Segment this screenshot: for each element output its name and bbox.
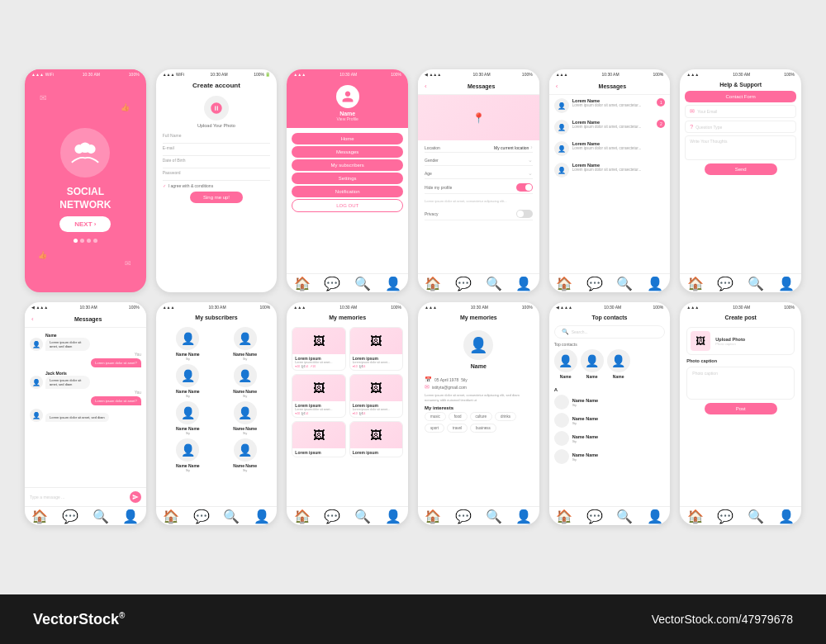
subscriber-5[interactable]: 👤 Name Name 9ty bbox=[161, 401, 215, 435]
nav-home-7[interactable]: 🏠 bbox=[34, 510, 45, 522]
nav-search-12[interactable]: 🔍 bbox=[750, 510, 762, 522]
nav-home-12[interactable]: 🏠 bbox=[690, 510, 701, 522]
chat-input[interactable]: Type a message ... bbox=[30, 495, 126, 500]
next-button[interactable]: NEXT › bbox=[59, 216, 111, 232]
memory-1[interactable]: 🖼 Lorem ipsum Lorem ipsum dolor sit amet… bbox=[292, 327, 345, 371]
nav-user-6[interactable]: 👤 bbox=[781, 277, 792, 289]
menu-settings[interactable]: Settings bbox=[292, 173, 403, 184]
menu-home[interactable]: Home bbox=[292, 133, 403, 144]
nav-search-8[interactable]: 🔍 bbox=[225, 510, 237, 522]
top-contact-2[interactable]: 👤 Name bbox=[581, 349, 604, 379]
question-field-help[interactable]: ? Question Type bbox=[685, 121, 796, 133]
menu-messages[interactable]: Messages bbox=[292, 146, 403, 158]
tag-music[interactable]: music bbox=[425, 412, 446, 421]
tag-culture[interactable]: culture bbox=[470, 412, 493, 421]
memory-3[interactable]: 🖼 Lorem ipsum Lorem ipsum dolor sit amet… bbox=[292, 374, 345, 418]
nav-user-12[interactable]: 👤 bbox=[781, 510, 792, 522]
nav-user-8[interactable]: 👤 bbox=[256, 510, 268, 522]
caption-textarea[interactable]: Photo caption bbox=[686, 367, 795, 400]
nav-msg-10[interactable]: 💬 bbox=[458, 510, 469, 522]
memory-2[interactable]: 🖼 Lorem ipsum Lorem ipsum dolor sit amet… bbox=[349, 327, 403, 371]
nav-user-9[interactable]: 👤 bbox=[387, 510, 399, 522]
back-arrow-5[interactable]: ‹ bbox=[556, 83, 558, 90]
nav-msg-icon[interactable]: 💬 bbox=[326, 277, 338, 289]
top-contact-1[interactable]: 👤 Name bbox=[554, 349, 577, 379]
nav-search-icon[interactable]: 🔍 bbox=[357, 277, 368, 289]
memory-6[interactable]: 🖼 Lorem ipsum bbox=[349, 421, 403, 457]
tag-drinks[interactable]: drinks bbox=[495, 412, 516, 421]
menu-logout[interactable]: LOG OUT bbox=[292, 199, 403, 212]
nav-user-10[interactable]: 👤 bbox=[518, 510, 529, 522]
subscriber-7[interactable]: 👤 Name Name 9ty bbox=[161, 438, 215, 472]
nav-search-4[interactable]: 🔍 bbox=[488, 277, 500, 289]
post-button[interactable]: Post bbox=[705, 403, 777, 414]
back-arrow-4[interactable]: ‹ bbox=[425, 83, 427, 90]
nav-home-icon[interactable]: 🏠 bbox=[297, 277, 308, 289]
message-item-4[interactable]: 👤 Lorem Name Lorem ipsum dolor sit amet,… bbox=[549, 159, 671, 181]
memory-5[interactable]: 🖼 Lorem ipsum bbox=[292, 421, 345, 457]
contact-a-4[interactable]: Name Name 9ty bbox=[549, 447, 671, 466]
contact-a-1[interactable]: Name Name 9ty bbox=[549, 393, 671, 411]
privacy-toggle[interactable] bbox=[516, 210, 533, 218]
fullname-field[interactable] bbox=[163, 140, 271, 144]
nav-msg-5[interactable]: 💬 bbox=[589, 277, 601, 289]
message-item-1[interactable]: 👤 Lorem Name Lorem ipsum dolor sit amet,… bbox=[549, 95, 671, 116]
signup-button[interactable]: Sing me up! bbox=[190, 192, 243, 203]
photo-upload-circle[interactable] bbox=[204, 96, 229, 121]
nav-msg-8[interactable]: 💬 bbox=[196, 510, 207, 522]
nav-search-6[interactable]: 🔍 bbox=[750, 277, 762, 289]
nav-user-icon[interactable]: 👤 bbox=[387, 277, 399, 289]
nav-home-4[interactable]: 🏠 bbox=[427, 277, 439, 289]
nav-search-9[interactable]: 🔍 bbox=[357, 510, 368, 522]
tag-travel[interactable]: travel bbox=[447, 424, 468, 433]
tag-food[interactable]: food bbox=[449, 412, 468, 421]
nav-home-9[interactable]: 🏠 bbox=[297, 510, 308, 522]
nav-home-6[interactable]: 🏠 bbox=[690, 277, 701, 289]
nav-search-5[interactable]: 🔍 bbox=[619, 277, 630, 289]
hide-profile-toggle[interactable] bbox=[516, 183, 533, 192]
nav-user-11[interactable]: 👤 bbox=[649, 510, 661, 522]
nav-msg-6[interactable]: 💬 bbox=[719, 277, 731, 289]
subscriber-3[interactable]: 👤 Name Name 9ty bbox=[161, 364, 215, 398]
subscriber-2[interactable]: 👤 Name Name 9ty bbox=[218, 327, 272, 361]
contact-a-2[interactable]: Name Name 9ty bbox=[549, 411, 671, 429]
nav-search-11[interactable]: 🔍 bbox=[619, 510, 630, 522]
menu-subscribers[interactable]: My subscribers bbox=[292, 159, 403, 171]
thoughts-textarea[interactable]: Write Your Thoughts bbox=[685, 135, 796, 160]
nav-msg-7[interactable]: 💬 bbox=[64, 510, 76, 522]
email-field[interactable] bbox=[163, 152, 271, 156]
menu-notification[interactable]: Notification bbox=[292, 186, 403, 197]
email-field-help[interactable]: ✉ Your Email bbox=[685, 105, 796, 118]
nav-home-10[interactable]: 🏠 bbox=[427, 510, 439, 522]
message-item-2[interactable]: 👤 Lorem Name Lorem ipsum dolor sit amet,… bbox=[549, 116, 671, 138]
send-chat-button[interactable] bbox=[130, 491, 141, 503]
send-button[interactable]: Send bbox=[705, 163, 777, 175]
nav-user-4[interactable]: 👤 bbox=[518, 277, 529, 289]
nav-search-7[interactable]: 🔍 bbox=[95, 510, 107, 522]
memory-4[interactable]: 🖼 Lorem ipsum Lorem ipsum dolor sit amet… bbox=[349, 374, 403, 418]
nav-msg-9[interactable]: 💬 bbox=[326, 510, 338, 522]
dob-field[interactable] bbox=[163, 164, 271, 168]
search-bar-contacts[interactable]: 🔍 Search... bbox=[554, 325, 666, 339]
nav-home-11[interactable]: 🏠 bbox=[558, 510, 570, 522]
subscriber-1[interactable]: 👤 Name Name 9ty bbox=[161, 327, 215, 361]
subscriber-8[interactable]: 👤 Name Name 9ty bbox=[218, 438, 272, 472]
nav-msg-12[interactable]: 💬 bbox=[719, 510, 731, 522]
message-item-3[interactable]: 👤 Lorem Name Lorem ipsum dolor sit amet,… bbox=[549, 138, 671, 159]
nav-home-5[interactable]: 🏠 bbox=[558, 277, 570, 289]
nav-msg-4[interactable]: 💬 bbox=[458, 277, 469, 289]
subscriber-4[interactable]: 👤 Name Name 9ty bbox=[218, 364, 272, 398]
back-arrow-7[interactable]: ‹ bbox=[31, 315, 34, 323]
top-contact-3[interactable]: 👤 Name bbox=[607, 349, 630, 379]
upload-photo-row-post[interactable]: 🖼 Upload Photo Photo caption bbox=[686, 327, 795, 355]
nav-search-10[interactable]: 🔍 bbox=[488, 510, 500, 522]
tag-sport[interactable]: sport bbox=[425, 424, 444, 433]
nav-user-7[interactable]: 👤 bbox=[125, 510, 136, 522]
tag-business[interactable]: business bbox=[470, 424, 496, 433]
nav-user-5[interactable]: 👤 bbox=[649, 277, 661, 289]
nav-home-8[interactable]: 🏠 bbox=[165, 510, 177, 522]
subscriber-6[interactable]: 👤 Name Name 9ty bbox=[218, 401, 272, 435]
contact-a-3[interactable]: Name Name 9ty bbox=[549, 429, 671, 447]
password-field[interactable] bbox=[163, 177, 271, 181]
nav-msg-11[interactable]: 💬 bbox=[589, 510, 601, 522]
